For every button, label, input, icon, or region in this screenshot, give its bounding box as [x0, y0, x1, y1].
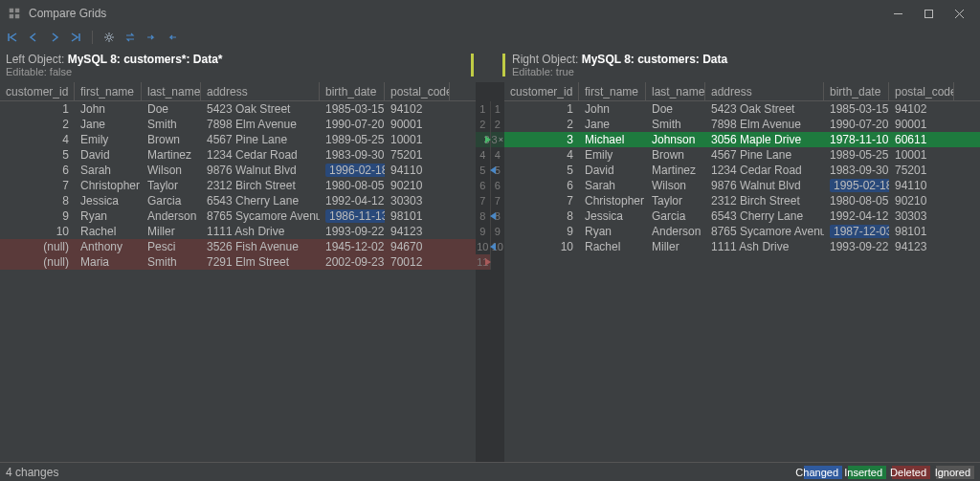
- cell: 5: [0, 148, 75, 162]
- gutter-row-left[interactable]: 8: [476, 208, 491, 224]
- gutter-row-right[interactable]: 9: [491, 224, 505, 239]
- swap-button[interactable]: [122, 29, 139, 46]
- table-row[interactable]: 2JaneSmith7898 Elm Avenue1990-07-2090001: [504, 117, 980, 132]
- gutter-row-left[interactable]: 6: [476, 178, 491, 193]
- settings-button[interactable]: [100, 29, 118, 46]
- close-button[interactable]: [946, 2, 972, 25]
- gutter-row-left[interactable]: 11: [476, 254, 491, 270]
- cell: 1989-05-25: [824, 148, 889, 162]
- table-row[interactable]: 7ChristopherTaylor2312 Birch Street1980-…: [0, 178, 476, 193]
- apply-right-button[interactable]: [143, 29, 160, 46]
- column-header[interactable]: birth_date: [824, 82, 889, 100]
- table-row[interactable]: 3MichaelJohnson3056 Maple Drive1978-11-1…: [504, 132, 980, 147]
- gutter-row-left[interactable]: 7: [476, 193, 491, 208]
- table-row[interactable]: 10RachelMiller1111 Ash Drive1993-09-2294…: [0, 224, 476, 239]
- cell: (null): [0, 240, 75, 253]
- table-row[interactable]: 1JohnDoe5423 Oak Street1985-03-1594102: [504, 101, 980, 117]
- gutter-row-right[interactable]: 3×: [491, 132, 505, 147]
- svg-rect-1: [15, 9, 19, 12]
- table-row[interactable]: 2JaneSmith7898 Elm Avenue1990-07-2090001: [0, 117, 476, 132]
- legend-deleted: Deleted: [892, 466, 930, 479]
- table-row[interactable]: 6SarahWilson9876 Walnut Blvd1995-02-1894…: [504, 178, 980, 193]
- table-row[interactable]: 1JohnDoe5423 Oak Street1985-03-1594102: [0, 101, 476, 117]
- table-row[interactable]: 8JessicaGarcia6543 Cherry Lane1992-04-12…: [0, 193, 476, 208]
- apply-left-button[interactable]: [164, 29, 181, 46]
- gutter-row-left[interactable]: 3: [476, 132, 491, 147]
- right-grid-pane[interactable]: customer_idfirst_namelast_nameaddressbir…: [504, 82, 980, 462]
- cell: 30303: [385, 194, 450, 208]
- column-header[interactable]: customer_id: [0, 82, 75, 100]
- gutter-row-right[interactable]: 2: [491, 117, 505, 132]
- cell: 1985-03-15: [824, 102, 889, 116]
- gutter-row-right[interactable]: 1: [491, 101, 505, 117]
- gutter-row-left[interactable]: 5: [476, 163, 491, 178]
- table-row[interactable]: 10RachelMiller1111 Ash Drive1993-09-2294…: [504, 239, 980, 254]
- minimize-button[interactable]: [884, 2, 911, 25]
- table-row[interactable]: 4EmilyBrown4567 Pine Lane1989-05-2510001: [504, 147, 980, 163]
- svg-rect-0: [10, 9, 13, 12]
- gutter-row-right[interactable]: 8: [491, 208, 505, 224]
- column-header[interactable]: postal_code: [889, 82, 954, 100]
- table-row[interactable]: 9RyanAnderson8765 Sycamore Avenue1987-12…: [504, 224, 980, 239]
- info-row: Left Object: MySQL 8: customers*: Data* …: [0, 48, 980, 82]
- cell: 1978-11-10: [824, 133, 889, 146]
- column-header[interactable]: first_name: [579, 82, 646, 100]
- gutter-row-left[interactable]: 9: [476, 224, 491, 239]
- cell: 90210: [385, 179, 450, 192]
- cell: 7: [504, 194, 579, 208]
- left-grid-pane[interactable]: customer_idfirst_namelast_nameaddressbir…: [0, 82, 476, 462]
- window-controls: [884, 2, 972, 25]
- maximize-button[interactable]: [915, 2, 942, 25]
- table-row[interactable]: 4EmilyBrown4567 Pine Lane1989-05-2510001: [0, 132, 476, 147]
- cell: Martinez: [142, 148, 201, 162]
- cell: Taylor: [646, 194, 705, 208]
- column-header[interactable]: customer_id: [504, 82, 579, 100]
- column-header[interactable]: birth_date: [320, 82, 385, 100]
- gutter-row-left[interactable]: 4: [476, 147, 491, 163]
- table-row[interactable]: 5DavidMartinez1234 Cedar Road1983-09-307…: [504, 163, 980, 178]
- cell: John: [579, 102, 646, 116]
- diff-gutter[interactable]: 112233×445566778899101011: [476, 82, 504, 462]
- cell: 1990-07-20: [824, 118, 889, 131]
- app-icon: [8, 7, 21, 20]
- cell: 10: [504, 240, 579, 253]
- gutter-row-right[interactable]: 10: [491, 239, 505, 254]
- column-header[interactable]: last_name: [646, 82, 705, 100]
- cell: 8: [504, 209, 579, 223]
- cell: Anderson: [646, 225, 705, 238]
- gutter-row-right[interactable]: [491, 254, 505, 270]
- gutter-row-left[interactable]: 2: [476, 117, 491, 132]
- next-diff-button[interactable]: [46, 29, 63, 46]
- table-row[interactable]: (null)MariaSmith7291 Elm Street2002-09-2…: [0, 254, 476, 270]
- column-header[interactable]: last_name: [142, 82, 201, 100]
- cell: Jessica: [75, 194, 142, 208]
- gutter-row-left[interactable]: 1: [476, 101, 491, 117]
- table-row[interactable]: 7ChristopherTaylor2312 Birch Street1980-…: [504, 193, 980, 208]
- table-row[interactable]: 9RyanAnderson8765 Sycamore Avenue1986-11…: [0, 208, 476, 224]
- column-header[interactable]: address: [201, 82, 320, 100]
- prev-diff-button[interactable]: [25, 29, 42, 46]
- cell: 9: [0, 209, 75, 223]
- cell: Jane: [579, 118, 646, 131]
- table-row[interactable]: 8JessicaGarcia6543 Cherry Lane1992-04-12…: [504, 208, 980, 224]
- table-row[interactable]: 5DavidMartinez1234 Cedar Road1983-09-307…: [0, 147, 476, 163]
- gutter-row-right[interactable]: 4: [491, 147, 505, 163]
- gutter-row-left[interactable]: 10: [476, 239, 491, 254]
- gutter-row-right[interactable]: 7: [491, 193, 505, 208]
- table-row[interactable]: (null)AnthonyPesci3526 Fish Avenue1945-1…: [0, 239, 476, 254]
- cell: 6: [504, 179, 579, 192]
- cell: 1234 Cedar Road: [705, 164, 824, 177]
- gutter-row-right[interactable]: 6: [491, 178, 505, 193]
- first-diff-button[interactable]: [4, 29, 21, 46]
- table-row[interactable]: 6SarahWilson9876 Walnut Blvd1996-02-1894…: [0, 163, 476, 178]
- column-header[interactable]: postal_code: [385, 82, 450, 100]
- last-diff-button[interactable]: [67, 29, 84, 46]
- column-header[interactable]: address: [705, 82, 824, 100]
- gutter-row-right[interactable]: 5: [491, 163, 505, 178]
- cell: Rachel: [75, 225, 142, 238]
- cell: Sarah: [75, 164, 142, 177]
- cell: 2312 Birch Street: [201, 179, 320, 192]
- cell: 7898 Elm Avenue: [201, 118, 320, 131]
- svg-rect-5: [924, 10, 932, 17]
- column-header[interactable]: first_name: [75, 82, 142, 100]
